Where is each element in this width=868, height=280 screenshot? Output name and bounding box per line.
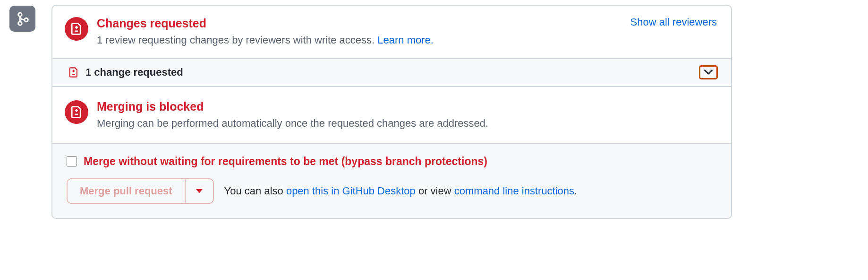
review-summary-text: 1 change requested bbox=[85, 66, 183, 79]
merging-blocked-section: Merging is blocked Merging can be perfor… bbox=[52, 87, 731, 144]
command-line-instructions-link[interactable]: command line instructions bbox=[454, 185, 574, 197]
show-all-reviewers-link[interactable]: Show all reviewers bbox=[630, 16, 717, 48]
bypass-checkbox[interactable] bbox=[67, 156, 77, 166]
merge-button-group: Merge pull request bbox=[67, 178, 214, 204]
open-github-desktop-link[interactable]: open this in GitHub Desktop bbox=[286, 185, 416, 197]
caret-down-icon bbox=[196, 189, 203, 193]
hint-prefix: You can also bbox=[224, 185, 286, 197]
timeline-merge-badge bbox=[9, 6, 35, 32]
merging-blocked-badge bbox=[65, 100, 88, 124]
git-merge-icon bbox=[16, 12, 30, 26]
file-diff-icon bbox=[70, 106, 83, 118]
expand-reviews-button[interactable] bbox=[699, 65, 718, 79]
merging-blocked-subtitle: Merging can be performed automatically o… bbox=[97, 116, 717, 131]
chevron-down-icon bbox=[704, 70, 713, 75]
hint-middle: or view bbox=[416, 185, 454, 197]
svg-point-1 bbox=[18, 21, 22, 25]
changes-requested-subtitle: 1 review requesting changes by reviewers… bbox=[97, 33, 621, 48]
file-diff-icon bbox=[70, 23, 83, 35]
merge-alternatives-text: You can also open this in GitHub Desktop… bbox=[224, 185, 578, 197]
review-summary-row[interactable]: 1 change requested bbox=[52, 59, 731, 87]
merging-blocked-title: Merging is blocked bbox=[97, 99, 717, 114]
changes-requested-text: 1 review requesting changes by reviewers… bbox=[97, 34, 377, 46]
changes-requested-badge bbox=[65, 17, 88, 41]
changes-requested-section: Changes requested 1 review requesting ch… bbox=[52, 6, 731, 59]
learn-more-link[interactable]: Learn more. bbox=[377, 34, 434, 46]
changes-requested-title: Changes requested bbox=[97, 16, 621, 30]
svg-point-2 bbox=[24, 18, 28, 22]
merge-status-box: Changes requested 1 review requesting ch… bbox=[51, 5, 732, 219]
file-diff-icon bbox=[68, 67, 79, 78]
svg-point-0 bbox=[18, 12, 22, 16]
bypass-label[interactable]: Merge without waiting for requirements t… bbox=[84, 155, 487, 168]
merge-pull-request-button[interactable]: Merge pull request bbox=[68, 179, 186, 203]
merge-options-dropdown[interactable] bbox=[186, 179, 213, 203]
hint-suffix: . bbox=[574, 185, 577, 197]
merge-footer-section: Merge without waiting for requirements t… bbox=[52, 144, 731, 218]
